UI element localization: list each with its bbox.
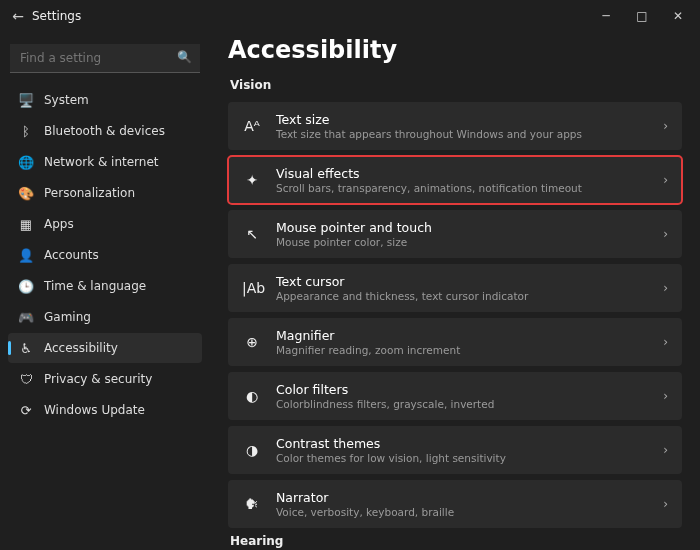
nav-label: Bluetooth & devices — [44, 124, 165, 138]
card-text: MagnifierMagnifier reading, zoom increme… — [276, 328, 649, 356]
close-button[interactable]: ✕ — [660, 9, 696, 23]
card-title: Text size — [276, 112, 649, 127]
back-button[interactable]: ← — [4, 8, 32, 24]
nav-icon: 🛡 — [18, 371, 34, 387]
nav-label: Privacy & security — [44, 372, 152, 386]
setting-card-color-filters[interactable]: ◐Color filtersColorblindness filters, gr… — [228, 372, 682, 420]
nav-icon: 👤 — [18, 247, 34, 263]
setting-card-contrast-themes[interactable]: ◑Contrast themesColor themes for low vis… — [228, 426, 682, 474]
nav-label: Accessibility — [44, 341, 118, 355]
nav-label: Network & internet — [44, 155, 159, 169]
nav-label: Accounts — [44, 248, 99, 262]
sidebar-item-privacy-security[interactable]: 🛡Privacy & security — [8, 364, 202, 394]
section-title: Hearing — [230, 534, 682, 548]
nav-label: Time & language — [44, 279, 146, 293]
card-subtitle: Mouse pointer color, size — [276, 236, 649, 248]
search-icon: 🔍 — [177, 50, 192, 64]
nav-icon: 🖥️ — [18, 92, 34, 108]
sidebar-item-network-internet[interactable]: 🌐Network & internet — [8, 147, 202, 177]
nav-icon: ♿ — [18, 340, 34, 356]
card-subtitle: Color themes for low vision, light sensi… — [276, 452, 649, 464]
nav-icon: 🌐 — [18, 154, 34, 170]
sidebar-nav: 🖥️SystemᛒBluetooth & devices🌐Network & i… — [8, 85, 202, 425]
chevron-right-icon: › — [663, 119, 668, 133]
card-icon: 🗣 — [242, 496, 262, 512]
setting-card-narrator[interactable]: 🗣NarratorVoice, verbosity, keyboard, bra… — [228, 480, 682, 528]
card-subtitle: Voice, verbosity, keyboard, braille — [276, 506, 649, 518]
setting-card-text-cursor[interactable]: |AbText cursorAppearance and thickness, … — [228, 264, 682, 312]
card-title: Mouse pointer and touch — [276, 220, 649, 235]
setting-card-visual-effects[interactable]: ✦Visual effectsScroll bars, transparency… — [228, 156, 682, 204]
card-title: Narrator — [276, 490, 649, 505]
sidebar: 🔍 🖥️SystemᛒBluetooth & devices🌐Network &… — [0, 32, 210, 550]
card-icon: ◐ — [242, 388, 262, 404]
section-title: Vision — [230, 78, 682, 92]
card-text: NarratorVoice, verbosity, keyboard, brai… — [276, 490, 649, 518]
nav-icon: ᛒ — [18, 123, 34, 139]
chevron-right-icon: › — [663, 443, 668, 457]
nav-label: Apps — [44, 217, 74, 231]
sidebar-item-bluetooth-devices[interactable]: ᛒBluetooth & devices — [8, 116, 202, 146]
titlebar: ← Settings ─ □ ✕ — [0, 0, 700, 32]
card-subtitle: Colorblindness filters, grayscale, inver… — [276, 398, 649, 410]
card-subtitle: Scroll bars, transparency, animations, n… — [276, 182, 649, 194]
card-text: Mouse pointer and touchMouse pointer col… — [276, 220, 649, 248]
nav-label: System — [44, 93, 89, 107]
card-icon: ↖ — [242, 226, 262, 242]
card-subtitle: Appearance and thickness, text cursor in… — [276, 290, 649, 302]
sidebar-item-apps[interactable]: ▦Apps — [8, 209, 202, 239]
card-icon: ✦ — [242, 172, 262, 188]
chevron-right-icon: › — [663, 497, 668, 511]
nav-icon: ⟳ — [18, 402, 34, 418]
page-title: Accessibility — [228, 36, 682, 64]
sidebar-item-windows-update[interactable]: ⟳Windows Update — [8, 395, 202, 425]
nav-icon: ▦ — [18, 216, 34, 232]
card-icon: ◑ — [242, 442, 262, 458]
maximize-button[interactable]: □ — [624, 9, 660, 23]
card-title: Magnifier — [276, 328, 649, 343]
chevron-right-icon: › — [663, 173, 668, 187]
card-subtitle: Magnifier reading, zoom increment — [276, 344, 649, 356]
nav-icon: 🎨 — [18, 185, 34, 201]
sidebar-item-gaming[interactable]: 🎮Gaming — [8, 302, 202, 332]
sidebar-item-system[interactable]: 🖥️System — [8, 85, 202, 115]
sidebar-item-accessibility[interactable]: ♿Accessibility — [8, 333, 202, 363]
card-text: Text cursorAppearance and thickness, tex… — [276, 274, 649, 302]
card-icon: |Ab — [242, 280, 262, 296]
card-text: Text sizeText size that appears througho… — [276, 112, 649, 140]
setting-card-magnifier[interactable]: ⊕MagnifierMagnifier reading, zoom increm… — [228, 318, 682, 366]
card-text: Visual effectsScroll bars, transparency,… — [276, 166, 649, 194]
card-text: Color filtersColorblindness filters, gra… — [276, 382, 649, 410]
nav-label: Gaming — [44, 310, 91, 324]
search-box[interactable]: 🔍 — [10, 44, 200, 73]
sidebar-item-time-language[interactable]: 🕒Time & language — [8, 271, 202, 301]
chevron-right-icon: › — [663, 389, 668, 403]
main-content: Accessibility VisionAᴬText sizeText size… — [210, 32, 700, 550]
sidebar-item-personalization[interactable]: 🎨Personalization — [8, 178, 202, 208]
setting-card-text-size[interactable]: AᴬText sizeText size that appears throug… — [228, 102, 682, 150]
card-icon: Aᴬ — [242, 118, 262, 134]
nav-label: Windows Update — [44, 403, 145, 417]
card-title: Color filters — [276, 382, 649, 397]
card-subtitle: Text size that appears throughout Window… — [276, 128, 649, 140]
minimize-button[interactable]: ─ — [588, 9, 624, 23]
chevron-right-icon: › — [663, 227, 668, 241]
card-icon: ⊕ — [242, 334, 262, 350]
nav-label: Personalization — [44, 186, 135, 200]
chevron-right-icon: › — [663, 335, 668, 349]
search-input[interactable] — [10, 44, 200, 73]
card-text: Contrast themesColor themes for low visi… — [276, 436, 649, 464]
card-title: Visual effects — [276, 166, 649, 181]
card-title: Contrast themes — [276, 436, 649, 451]
nav-icon: 🕒 — [18, 278, 34, 294]
chevron-right-icon: › — [663, 281, 668, 295]
nav-icon: 🎮 — [18, 309, 34, 325]
window-title: Settings — [32, 9, 81, 23]
sidebar-item-accounts[interactable]: 👤Accounts — [8, 240, 202, 270]
card-title: Text cursor — [276, 274, 649, 289]
setting-card-mouse-pointer-and-touch[interactable]: ↖Mouse pointer and touchMouse pointer co… — [228, 210, 682, 258]
window-controls: ─ □ ✕ — [588, 9, 696, 23]
